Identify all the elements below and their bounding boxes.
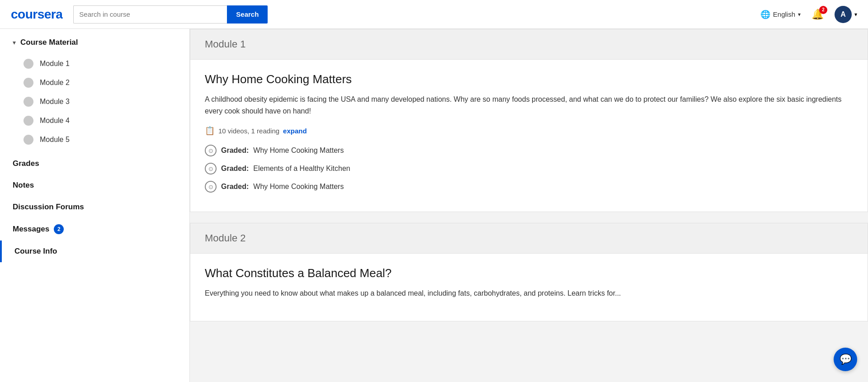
module-card-2: Module 2 What Constitutes a Balanced Mea…: [190, 223, 868, 321]
module-dot: [24, 59, 33, 69]
graded-icon: ⊙: [205, 145, 217, 156]
module-label: Module 5: [40, 136, 70, 144]
module-description-2: Everything you need to know about what m…: [205, 288, 853, 299]
module-dot: [24, 135, 33, 145]
main-content: Module 1 Why Home Cooking Matters A chil…: [190, 29, 868, 382]
notification-button[interactable]: 🔔 2: [810, 7, 826, 22]
avatar-button[interactable]: A ▾: [835, 6, 857, 23]
chevron-down-icon: ▾: [798, 11, 801, 18]
expand-link-1[interactable]: expand: [283, 127, 307, 135]
module-dot: [24, 116, 33, 126]
globe-icon: 🌐: [760, 9, 770, 19]
avatar-chevron-icon: ▾: [854, 11, 857, 18]
sidebar-item-module3[interactable]: Module 3: [0, 92, 189, 111]
sidebar-item-module2[interactable]: Module 2: [0, 73, 189, 92]
module-label: Module 4: [40, 117, 70, 125]
module-dot: [24, 78, 33, 88]
module-list: Module 1 Module 2 Module 3 Module 4 Modu…: [0, 52, 189, 153]
sidebar-item-grades[interactable]: Grades: [0, 153, 189, 174]
search-bar: Search: [73, 5, 268, 24]
module-card-header-1: Module 1: [190, 29, 868, 60]
logo-text: coursera: [11, 7, 62, 22]
sidebar-item-module5[interactable]: Module 5: [0, 130, 189, 149]
graded-item-1-3: ⊙ Graded: Why Home Cooking Matters: [205, 181, 853, 193]
module-description-1: A childhood obesity epidemic is facing t…: [205, 94, 853, 117]
app-layout: ▾ Course Material Module 1 Module 2 Modu…: [0, 29, 868, 382]
messages-badge: 2: [54, 224, 64, 234]
module-card-body-2: What Constitutes a Balanced Meal? Everyt…: [190, 254, 868, 321]
sidebar-item-module1[interactable]: Module 1: [0, 54, 189, 73]
module-label: Module 2: [40, 79, 70, 87]
module-card-header-title-1: Module 1: [205, 38, 246, 50]
module-label: Module 3: [40, 98, 70, 106]
sidebar-item-module4[interactable]: Module 4: [0, 111, 189, 130]
graded-title: Elements of a Healthy Kitchen: [253, 165, 350, 173]
graded-item-1-2: ⊙ Graded: Elements of a Healthy Kitchen: [205, 163, 853, 174]
module-meta-text-1: 10 videos, 1 reading: [218, 127, 279, 135]
sidebar-item-course-info[interactable]: Course Info: [0, 241, 189, 262]
chat-button[interactable]: 💬: [834, 348, 857, 371]
module-title-2: What Constitutes a Balanced Meal?: [205, 266, 853, 280]
graded-label: Graded:: [221, 165, 249, 173]
sidebar-nav-label: Grades: [13, 159, 39, 168]
chat-icon: 💬: [840, 354, 852, 365]
course-material-section: ▾ Course Material Module 1 Module 2 Modu…: [0, 29, 189, 153]
module-title-1: Why Home Cooking Matters: [205, 72, 853, 86]
graded-label: Graded:: [221, 146, 249, 155]
module-card-header-2: Module 2: [190, 223, 868, 254]
sidebar-nav-label: Messages: [13, 225, 49, 234]
module-meta-1: 📋 10 videos, 1 reading expand: [205, 126, 853, 136]
sidebar-item-discussion-forums[interactable]: Discussion Forums: [0, 196, 189, 218]
sidebar-nav-label: Discussion Forums: [13, 203, 84, 212]
course-material-label: Course Material: [20, 38, 78, 47]
module-dot: [24, 97, 33, 107]
module-card-body-1: Why Home Cooking Matters A childhood obe…: [190, 60, 868, 212]
search-input[interactable]: [73, 5, 227, 24]
graded-label: Graded:: [221, 183, 249, 191]
module-card-1: Module 1 Why Home Cooking Matters A chil…: [190, 29, 868, 212]
notification-badge: 2: [819, 6, 827, 14]
graded-item-1-1: ⊙ Graded: Why Home Cooking Matters: [205, 145, 853, 156]
graded-icon: ⊙: [205, 181, 217, 193]
sidebar-item-messages[interactable]: Messages 2: [0, 218, 189, 241]
sidebar-nav-label: Notes: [13, 181, 34, 190]
chevron-icon: ▾: [13, 39, 16, 46]
language-selector[interactable]: 🌐 English ▾: [760, 9, 801, 19]
app-header: coursera Search 🌐 English ▾ 🔔 2 A ▾: [0, 0, 868, 29]
header-right: 🌐 English ▾ 🔔 2 A ▾: [760, 6, 857, 23]
logo[interactable]: coursera: [11, 7, 62, 22]
course-material-toggle[interactable]: ▾ Course Material: [0, 29, 189, 52]
module-label: Module 1: [40, 60, 70, 68]
graded-title: Why Home Cooking Matters: [253, 183, 344, 191]
graded-icon: ⊙: [205, 163, 217, 174]
sidebar-nav-label: Course Info: [14, 247, 57, 256]
search-button[interactable]: Search: [227, 5, 268, 24]
avatar: A: [835, 6, 852, 23]
sidebar-item-notes[interactable]: Notes: [0, 174, 189, 196]
language-label: English: [773, 10, 795, 18]
graded-title: Why Home Cooking Matters: [253, 146, 344, 155]
sidebar: ▾ Course Material Module 1 Module 2 Modu…: [0, 29, 190, 382]
module-card-header-title-2: Module 2: [205, 232, 246, 244]
content-list-icon: 📋: [205, 126, 215, 136]
